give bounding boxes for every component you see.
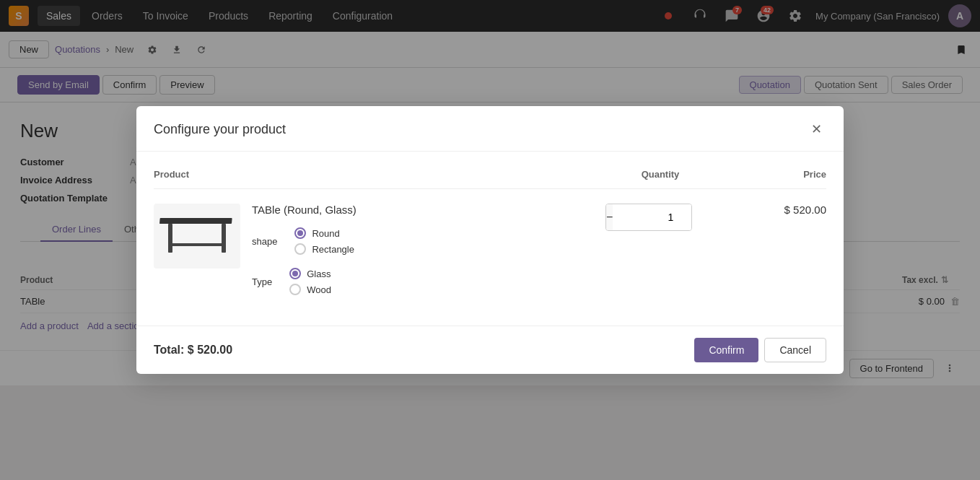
shape-options: Round Rectangle [294,227,354,259]
product-details: TABle (Round, Glass) shape Round [252,204,356,308]
product-image [154,204,240,269]
type-glass-label: Glass [307,269,331,279]
shape-round-radio[interactable] [294,227,306,239]
shape-option-group: shape Round Rectangle [252,227,356,259]
shape-rectangle-radio[interactable] [294,243,306,255]
type-options: Glass Wood [289,268,331,300]
product-info-cell: TABle (Round, Glass) shape Round [154,204,572,308]
price-cell: $ 520.00 [725,204,826,216]
modal-col-quantity: Quantity [595,169,725,180]
type-wood-radio[interactable] [289,284,301,295]
quantity-input[interactable] [613,204,692,230]
product-price: $ 520.00 [784,204,826,216]
shape-round-label: Round [312,228,339,239]
modal-body: Product Quantity Price [136,152,844,326]
type-label: Type [252,276,272,287]
modal-confirm-button[interactable]: Confirm [694,338,758,362]
svg-rect-2 [222,224,226,253]
svg-rect-1 [168,224,172,253]
modal-footer: Total: $ 520.00 Confirm Cancel [136,326,844,374]
qty-decrease-button[interactable]: − [606,204,613,230]
modal-total: Total: $ 520.00 [154,344,232,357]
shape-round-option[interactable]: Round [294,227,354,239]
modal-col-price: Price [725,169,826,180]
svg-rect-3 [170,243,224,246]
shape-rectangle-label: Rectangle [312,244,354,255]
quantity-cell: − + [584,204,714,231]
quantity-control[interactable]: − + [605,204,692,231]
type-option-group: Type Glass Wood [252,268,356,300]
type-glass-option[interactable]: Glass [289,268,331,279]
type-wood-option[interactable]: Wood [289,284,331,295]
modal-header: Configure your product ✕ [136,106,844,152]
modal-title: Configure your product [154,122,286,137]
total-label: Total: [154,344,184,356]
modal-columns: Product Quantity Price [154,169,826,189]
type-wood-label: Wood [307,284,331,295]
total-value: $ 520.00 [188,344,232,356]
type-glass-radio[interactable] [289,268,301,279]
product-name: TABle (Round, Glass) [252,204,356,216]
modal-col-product: Product [154,169,595,180]
modal-cancel-button[interactable]: Cancel [764,338,826,362]
shape-label: shape [252,236,277,247]
modal-actions: Confirm Cancel [694,338,826,362]
svg-rect-0 [159,218,232,224]
product-row: TABle (Round, Glass) shape Round [154,204,826,308]
shape-rectangle-option[interactable]: Rectangle [294,243,354,255]
configure-product-modal: Configure your product ✕ Product Quantit… [136,106,844,374]
modal-close-button[interactable]: ✕ [806,119,826,139]
modal-overlay[interactable]: Configure your product ✕ Product Quantit… [0,0,980,385]
